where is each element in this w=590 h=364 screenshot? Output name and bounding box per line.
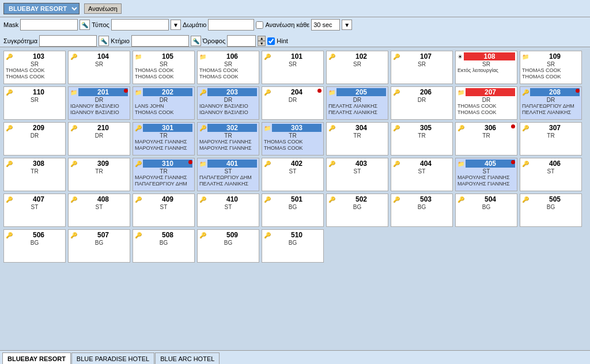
room-card-102[interactable]: 🔑 102 SR <box>326 51 388 84</box>
key-icon: 🔑 <box>6 196 13 203</box>
room-card-506[interactable]: 🔑 506 BG <box>3 229 66 263</box>
room-type: TR <box>135 132 192 139</box>
room-card-401[interactable]: 📁 401 ST ΠΑΠΑΓΕΩΡΓΙΟΥ ΔΗΜΠΕΛΑΤΗΣ ΛΙΑΝΙΚΗ… <box>197 158 259 191</box>
room-card-207[interactable]: 📁 207 DR THOMAS COOKTHOMAS COOK <box>455 86 517 120</box>
mask-icon[interactable]: 🔦 <box>80 20 90 30</box>
folder-icon: 📁 <box>328 89 335 96</box>
room-card-306[interactable]: 🔑 306 TR <box>455 122 517 156</box>
room-number: 509 <box>207 231 257 239</box>
room-number: 501 <box>272 195 322 203</box>
room-card-105[interactable]: 📁 105 SR THOMAS COOKTHOMAS COOK <box>133 51 195 84</box>
room-card-307[interactable]: 🔑 307 TR <box>520 122 582 156</box>
room-card-302[interactable]: 🔑 302 TR ΜΑΡΟΥΛΗΣ ΓΙΑΝΝΗΣΜΑΡΟΥΛΗΣ ΓΙΑΝΝΗ… <box>197 122 259 156</box>
orofos-input[interactable] <box>227 35 256 47</box>
room-card-509[interactable]: 🔑 509 BG <box>197 229 259 263</box>
ananeosi-checkbox[interactable] <box>256 21 263 29</box>
room-type: ST <box>393 168 451 175</box>
room-card-203[interactable]: 🔑 203 DR ΙΩΑΝΝΟΥ ΒΑΣΙΛΕΙΟΙΩΑΝΝΟΥ ΒΑΣΙΛΕΙ… <box>197 86 259 120</box>
domatio-input[interactable] <box>208 19 254 31</box>
room-type: TR <box>522 132 580 139</box>
typos-dropdown-icon[interactable]: ▼ <box>171 20 181 30</box>
key-icon: 🔑 <box>199 125 206 131</box>
room-card-303[interactable]: 📁 303 TR THOMAS COOKTHOMAS COOK <box>262 122 324 156</box>
key-icon: 🔑 <box>6 161 13 167</box>
room-type: SR <box>522 61 580 67</box>
room-card-109[interactable]: 📁 109 SR THOMAS COOKTHOMAS COOK <box>520 51 582 84</box>
room-card-110[interactable]: 🔑 110 SR <box>3 86 66 120</box>
guest-name: ΙΩΑΝΝΟΥ ΒΑΣΙΛΕΙΟ <box>70 103 128 109</box>
orofos-up[interactable]: ▲ <box>258 36 266 41</box>
room-type: BG <box>135 240 192 246</box>
sygkrotima-icon[interactable]: 🔦 <box>99 36 109 46</box>
hint-checkbox[interactable] <box>267 37 275 45</box>
room-card-104[interactable]: 🔑 104 SR <box>68 51 130 84</box>
room-card-202[interactable]: 📁 202 DR LANS JOHNTHOMAS COOK <box>133 86 195 120</box>
folder-icon: 📁 <box>457 89 464 96</box>
room-number: 102 <box>336 52 386 60</box>
room-card-501[interactable]: 🔑 501 BG <box>262 194 324 227</box>
tab-tab1[interactable]: BLUEBAY RESORT <box>2 352 71 364</box>
guest-name: ΜΑΡΟΥΛΗΣ ΓΙΑΝΝΗΣ <box>135 175 192 181</box>
dot-indicator <box>511 160 515 164</box>
room-card-510[interactable]: 🔑 510 BG <box>262 229 324 263</box>
room-card-409[interactable]: 🔑 409 ST <box>133 194 195 227</box>
tab-tab2[interactable]: BLUE PARADISE HOTEL <box>71 352 154 364</box>
room-card-407[interactable]: 🔑 407 ST <box>3 194 66 227</box>
guest-name: THOMAS COOK <box>135 67 192 74</box>
orofos-down[interactable]: ▼ <box>258 41 266 46</box>
room-card-502[interactable]: 🔑 502 BG <box>326 194 388 227</box>
room-card-208[interactable]: 🔑 208 DR ΠΑΠΑΓΕΩΡΓΙΟΥ ΔΗΜΠΕΛΑΤΗΣ ΛΙΑΝΙΚΗ… <box>520 86 582 120</box>
typos-input[interactable] <box>111 19 169 31</box>
room-type: DR <box>522 97 580 103</box>
guest-name: THOMAS COOK <box>264 145 322 151</box>
room-card-204[interactable]: 🔑 204 DR <box>262 86 324 120</box>
room-number: 107 <box>401 52 451 60</box>
room-type: SR <box>199 61 257 67</box>
room-card-504[interactable]: 🔑 504 BG <box>455 194 517 227</box>
sygkrotima-input[interactable] <box>39 35 97 47</box>
room-card-410[interactable]: 🔑 410 ST <box>197 194 259 227</box>
room-card-205[interactable]: 📁 205 DR ΠΕΛΑΤΗΣ ΛΙΑΝΙΚΗΣΠΕΛΑΤΗΣ ΛΙΑΝΙΚΗ… <box>326 86 388 120</box>
ktirio-icon[interactable]: 🔦 <box>191 36 201 46</box>
room-grid: 🔑 103 SR THOMAS COOKTHOMAS COOK 🔑 104 SR… <box>3 51 587 263</box>
room-card-106[interactable]: 📁 106 SR THOMAS COOKTHOMAS COOK <box>197 51 259 84</box>
room-card-507[interactable]: 🔑 507 BG <box>68 229 130 263</box>
room-header: 🔑 410 <box>199 195 257 203</box>
ktirio-input[interactable] <box>131 35 189 47</box>
room-card-103[interactable]: 🔑 103 SR THOMAS COOKTHOMAS COOK <box>3 51 66 84</box>
room-card-408[interactable]: 🔑 408 ST <box>68 194 130 227</box>
key-icon: 🔑 <box>393 161 400 167</box>
room-card-308[interactable]: 🔑 308 TR <box>3 158 66 191</box>
room-card-405[interactable]: 📁 405 ST ΜΑΡΟΥΛΗΣ ΓΙΑΝΝΗΣΜΑΡΟΥΛΗΣ ΓΙΑΝΝΗ… <box>455 158 517 191</box>
room-card-301[interactable]: 🔑 301 TR ΜΑΡΟΥΛΗΣ ΓΙΑΝΝΗΣΜΑΡΟΥΛΗΣ ΓΙΑΝΝΗ… <box>133 122 195 156</box>
room-card-210[interactable]: 🔑 210 DR <box>68 122 130 156</box>
room-card-209[interactable]: 🔑 209 DR <box>3 122 66 156</box>
hotel-select[interactable]: BLUEBAY RESORT <box>3 3 80 14</box>
room-card-201[interactable]: 📁 201 DR ΙΩΑΝΝΟΥ ΒΑΣΙΛΕΙΟΙΩΑΝΝΟΥ ΒΑΣΙΛΕΙ… <box>68 86 130 120</box>
room-card-402[interactable]: 🔑 402 ST <box>262 158 324 191</box>
room-card-305[interactable]: 🔑 305 TR <box>391 122 453 156</box>
interval-dropdown-icon[interactable]: ▼ <box>342 20 352 30</box>
room-card-304[interactable]: 🔑 304 TR <box>326 122 388 156</box>
room-card-107[interactable]: 🔑 107 SR <box>391 51 453 84</box>
room-card-108[interactable]: ☀ 108 SR Εκτός λειτουργίας <box>455 51 517 84</box>
room-card-101[interactable]: 🔑 101 SR <box>262 51 324 84</box>
room-card-404[interactable]: 🔑 404 ST <box>391 158 453 191</box>
ananeosi-button[interactable]: Ανανέωση <box>84 3 122 14</box>
room-card-309[interactable]: 🔑 309 TR <box>68 158 130 191</box>
room-header: 🔑 210 <box>70 124 128 132</box>
interval-input[interactable] <box>311 19 340 31</box>
mask-input[interactable] <box>20 19 78 31</box>
room-type: TR <box>199 132 257 139</box>
room-card-508[interactable]: 🔑 508 BG <box>133 229 195 263</box>
room-card-503[interactable]: 🔑 503 BG <box>391 194 453 227</box>
room-card-310[interactable]: 🔑 310 TR ΜΑΡΟΥΛΗΣ ΓΙΑΝΝΗΣΠΑΠΑΓΕΩΡΓΙΟΥ ΔΗ… <box>133 158 195 191</box>
room-card-206[interactable]: 🔑 206 DR <box>391 86 453 120</box>
room-header: 📁 201 <box>70 88 128 96</box>
tab-tab3[interactable]: BLUE ARC HOTEL <box>155 352 220 364</box>
room-card-403[interactable]: 🔑 403 ST <box>326 158 388 191</box>
room-card-406[interactable]: 🔑 406 ST <box>520 158 582 191</box>
room-header: 📁 106 <box>199 52 257 60</box>
room-card-505[interactable]: 🔑 505 BG <box>520 194 582 227</box>
room-number: 202 <box>143 88 192 96</box>
